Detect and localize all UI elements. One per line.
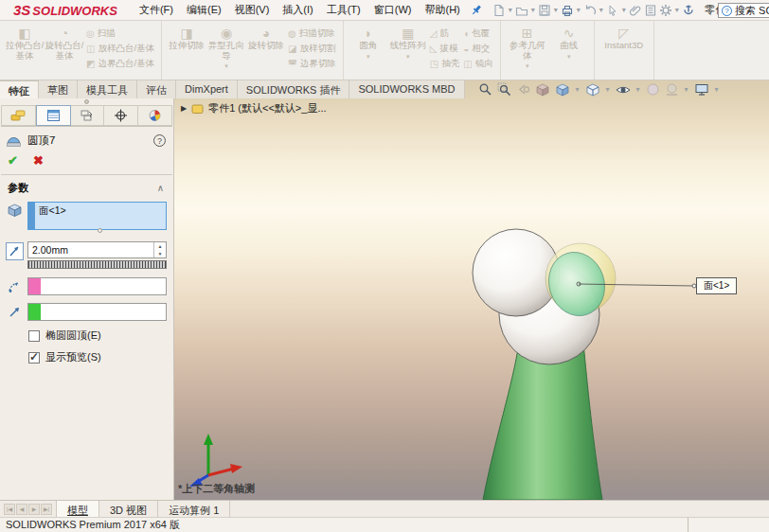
- tab-model[interactable]: 模型: [56, 501, 99, 517]
- mirror-button[interactable]: ◫镜向: [463, 58, 492, 70]
- menu-window[interactable]: 窗口(W): [367, 0, 419, 20]
- select-dropdown-icon[interactable]: ▾: [622, 6, 626, 14]
- undo-dropdown-icon[interactable]: ▾: [599, 6, 603, 14]
- zoom-fit-icon[interactable]: [478, 82, 492, 97]
- intersect-button[interactable]: ◒相交: [463, 43, 492, 55]
- prev-tab-icon[interactable]: ◀: [16, 504, 27, 515]
- face-selection-box[interactable]: 面<1>: [27, 202, 167, 230]
- selection-box-handle[interactable]: [98, 228, 102, 233]
- boundary-cut-button[interactable]: ◚边界切除: [288, 58, 336, 70]
- display-style-icon[interactable]: [585, 82, 600, 97]
- rebuild-icon[interactable]: [682, 4, 695, 17]
- tab-solidworks-addins[interactable]: SOLIDWORKS 插件: [238, 80, 350, 98]
- collapse-chevron-icon[interactable]: ∧: [157, 183, 164, 193]
- draft-button[interactable]: ◺拔模: [430, 43, 459, 55]
- edit-appearance-icon[interactable]: [646, 82, 660, 97]
- view-orientation-icon[interactable]: [555, 82, 570, 97]
- save-icon[interactable]: [538, 4, 551, 17]
- revolved-cut-button[interactable]: ◕ 旋转切除: [246, 24, 286, 51]
- lofted-cut-button[interactable]: ◪放样切割: [288, 43, 336, 55]
- lofted-boss-button[interactable]: ◫放样凸台/基体: [86, 43, 154, 55]
- ok-button[interactable]: ✔: [8, 153, 18, 168]
- task-list-icon[interactable]: [644, 4, 657, 17]
- swept-cut-button[interactable]: ◍扫描切除: [288, 27, 336, 40]
- select-icon[interactable]: [606, 4, 619, 17]
- new-file-icon[interactable]: [492, 4, 506, 17]
- extruded-cut-button[interactable]: ◨ 拉伸切除: [167, 24, 206, 51]
- display-manager-tab[interactable]: [138, 105, 172, 126]
- revolve-boss-base-button[interactable]: ◔ 旋转凸台/基体: [45, 24, 84, 61]
- panel-resize-handle[interactable]: [0, 98, 173, 105]
- tab-dimxpert[interactable]: DimXpert: [176, 80, 238, 98]
- tab-sketch[interactable]: 草图: [39, 80, 78, 98]
- distance-spinner[interactable]: ▲▼: [153, 242, 166, 257]
- tab-3d-views[interactable]: 3D 视图: [99, 501, 158, 517]
- new-file-dropdown-icon[interactable]: ▾: [509, 6, 512, 14]
- parameters-section-header[interactable]: 参数 ∧: [0, 175, 173, 199]
- hide-show-dropdown-icon[interactable]: ▾: [636, 85, 640, 94]
- help-icon[interactable]: ?: [153, 134, 166, 147]
- menu-edit[interactable]: 编辑(E): [180, 0, 228, 20]
- previous-view-icon[interactable]: [516, 82, 530, 97]
- section-view-icon[interactable]: [535, 82, 550, 97]
- rib-button[interactable]: ◿筋: [430, 27, 459, 40]
- hole-wizard-button[interactable]: ◉ 异型孔向导 ▾: [206, 24, 246, 72]
- next-tab-icon[interactable]: ▶: [28, 504, 40, 515]
- open-dropdown-icon[interactable]: ▾: [531, 6, 535, 14]
- model-3d[interactable]: [174, 98, 769, 500]
- tab-mold-tools[interactable]: 模具工具: [78, 80, 137, 98]
- print-dropdown-icon[interactable]: ▾: [577, 6, 581, 14]
- menu-insert[interactable]: 插入(I): [276, 0, 319, 20]
- menu-view[interactable]: 视图(V): [228, 0, 277, 20]
- menu-file[interactable]: 文件(F): [133, 0, 180, 20]
- wrap-button[interactable]: ◖包覆: [463, 27, 492, 40]
- options-dropdown-icon[interactable]: ▾: [675, 6, 679, 14]
- first-tab-icon[interactable]: |◀: [4, 504, 15, 515]
- fillet-button[interactable]: ◗ 圆角 ▾: [349, 24, 388, 62]
- instant3d-button[interactable]: ◸ Instant3D: [599, 24, 649, 51]
- tab-motion-study[interactable]: 运动算例 1: [158, 501, 230, 517]
- apply-scene-dropdown-icon[interactable]: ▾: [685, 85, 689, 94]
- attach-icon[interactable]: [629, 4, 642, 17]
- undo-icon[interactable]: [583, 4, 597, 17]
- distance-thumbwheel[interactable]: [27, 260, 167, 269]
- shell-button[interactable]: ◳抽壳: [430, 58, 459, 70]
- distance-field[interactable]: 2.00mm ▲▼: [27, 241, 167, 258]
- hide-show-items-icon[interactable]: [616, 83, 631, 97]
- linear-pattern-button[interactable]: ▦ 线性阵列 ▾: [388, 24, 428, 62]
- display-style-dropdown-icon[interactable]: ▾: [606, 85, 610, 94]
- spinner-up-icon[interactable]: ▲: [154, 242, 166, 250]
- reference-geometry-button[interactable]: ⊞ 参考几何体 ▾: [506, 24, 549, 72]
- constraint-point-box[interactable]: [27, 277, 167, 295]
- swept-boss-button[interactable]: ◎扫描: [86, 27, 154, 40]
- view-settings-dropdown-icon[interactable]: ▾: [715, 85, 719, 94]
- property-manager-tab[interactable]: [36, 105, 71, 126]
- print-icon[interactable]: [561, 4, 574, 17]
- apply-scene-icon[interactable]: [665, 82, 679, 97]
- direction-box[interactable]: [27, 303, 167, 321]
- feature-manager-tab[interactable]: [1, 105, 36, 126]
- configuration-manager-tab[interactable]: [71, 105, 105, 126]
- tab-solidworks-mbd[interactable]: SOLIDWORKS MBD: [349, 80, 464, 98]
- boundary-boss-button[interactable]: ◩边界凸台/基体: [86, 58, 154, 70]
- cancel-button[interactable]: ✖: [33, 153, 44, 168]
- options-gear-icon[interactable]: [659, 4, 672, 17]
- curves-button[interactable]: ∿ 曲线 ▾: [549, 24, 589, 62]
- spinner-down-icon[interactable]: ▼: [154, 250, 166, 257]
- pin-menu-icon[interactable]: [471, 4, 483, 16]
- menu-help[interactable]: 帮助(H): [418, 0, 466, 20]
- extrude-boss-base-button[interactable]: ◧ 拉伸凸台/基体: [5, 24, 45, 61]
- open-icon[interactable]: [515, 4, 528, 17]
- view-orientation-dropdown-icon[interactable]: ▾: [576, 85, 580, 94]
- elliptical-dome-checkbox[interactable]: [28, 330, 40, 342]
- search-box[interactable]: ? 搜索 SO: [718, 3, 769, 18]
- zoom-area-icon[interactable]: [497, 82, 511, 97]
- tab-evaluate[interactable]: 评估: [137, 80, 176, 98]
- show-preview-checkbox[interactable]: [28, 352, 40, 364]
- menu-tools[interactable]: 工具(T): [320, 0, 367, 20]
- tab-features[interactable]: 特征: [0, 80, 39, 98]
- dimxpert-manager-tab[interactable]: [104, 105, 138, 126]
- save-dropdown-icon[interactable]: ▾: [554, 6, 558, 14]
- last-tab-icon[interactable]: ▶|: [41, 504, 52, 515]
- view-settings-icon[interactable]: [694, 82, 709, 97]
